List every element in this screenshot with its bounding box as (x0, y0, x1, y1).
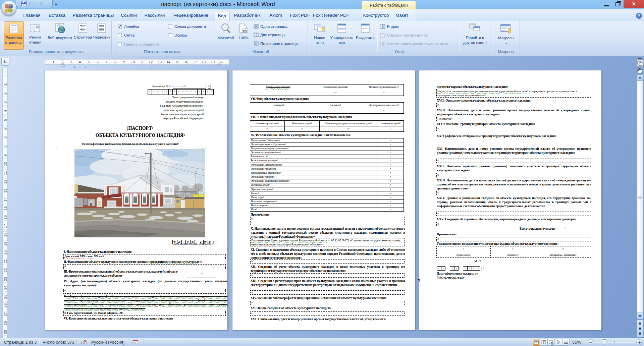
svg-text:100: 100 (243, 29, 248, 32)
